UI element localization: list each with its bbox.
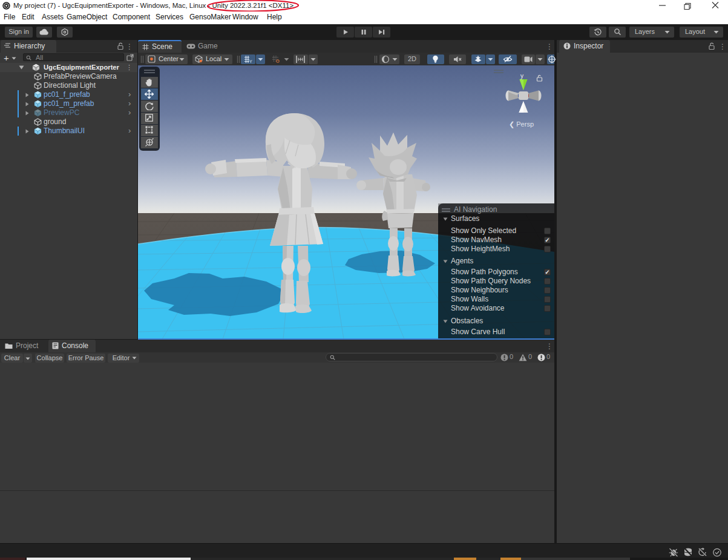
svg-text:y: y bbox=[520, 73, 523, 79]
svg-text:Y: Y bbox=[249, 59, 252, 64]
svg-text:❮ Persp: ❮ Persp bbox=[509, 120, 534, 128]
